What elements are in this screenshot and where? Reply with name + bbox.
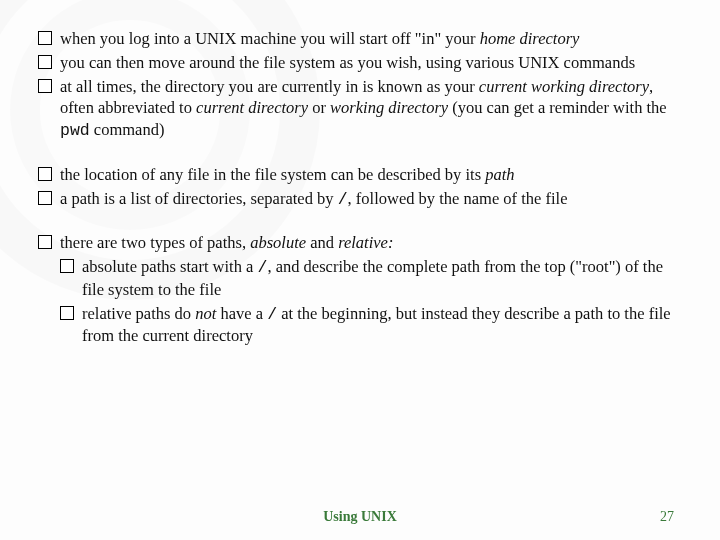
bullet-item: there are two types of paths, absolute a…: [38, 232, 682, 254]
sub-bullet-item: absolute paths start with a /, and descr…: [60, 256, 682, 301]
bullet-block: the location of any file in the file sys…: [38, 164, 682, 211]
slide-body: when you log into a UNIX machine you wil…: [0, 0, 720, 347]
slide-footer: Using UNIX 27: [0, 508, 720, 526]
bullet-item: the location of any file in the file sys…: [38, 164, 682, 186]
sub-bullet-item: relative paths do not have a / at the be…: [60, 303, 682, 348]
footer-title: Using UNIX: [323, 508, 397, 526]
bullet-block: there are two types of paths, absolute a…: [38, 232, 682, 347]
bullet-item: you can then move around the file system…: [38, 52, 682, 74]
bullet-item: at all times, the directory you are curr…: [38, 76, 682, 142]
bullet-item: a path is a list of directories, separat…: [38, 188, 682, 211]
bullet-block: when you log into a UNIX machine you wil…: [38, 28, 682, 142]
page-number: 27: [660, 508, 674, 526]
bullet-item: when you log into a UNIX machine you wil…: [38, 28, 682, 50]
